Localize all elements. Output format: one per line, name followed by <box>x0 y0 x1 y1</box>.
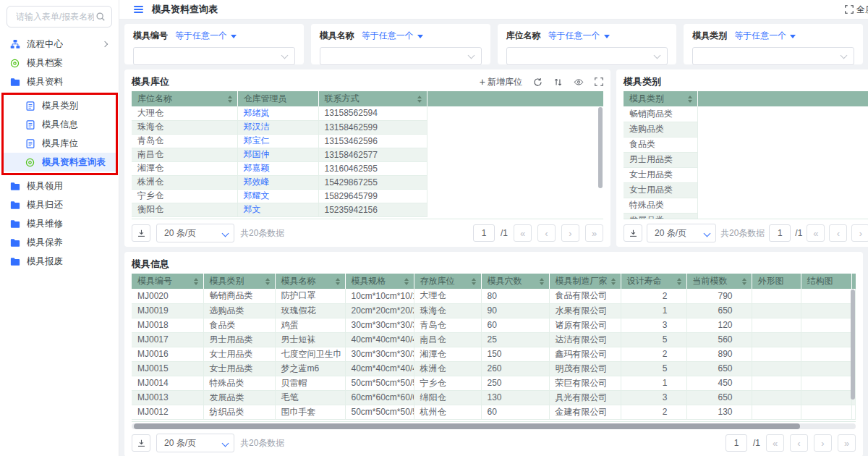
column-header[interactable]: 模具类别 <box>624 91 697 106</box>
page-size-select[interactable]: 20 条/页 <box>156 224 234 242</box>
sidebar-item-mold-archive[interactable]: 模具档案 <box>0 54 119 72</box>
table-row[interactable]: MJ0016女士用品类七度空间卫生巾30cm*30cm*30/30湘潭仓150鑫… <box>132 347 856 361</box>
column-header[interactable]: 模具名称 <box>275 274 345 289</box>
sort-icon[interactable] <box>417 96 422 103</box>
collapse-menu-icon[interactable] <box>134 6 143 13</box>
link-cell[interactable]: 郑绪岚 <box>237 106 318 120</box>
fullscreen-button[interactable]: 全屏 <box>845 4 868 16</box>
filter-value-select[interactable] <box>506 47 668 65</box>
sort-icon[interactable] <box>336 278 340 285</box>
page-size-select[interactable]: 20 条/页 <box>647 224 716 242</box>
table-row[interactable]: MJ0019选购品类玫瑰假花20cm*20cm*20/20珠海仓90水果有限公司… <box>132 303 856 318</box>
search-input[interactable] <box>14 11 95 22</box>
add-location-button[interactable]: + 新增库位 <box>480 76 522 88</box>
table-row[interactable]: 株洲仓郑效峰15429867255 <box>132 175 603 189</box>
sidebar-item-mold-info[interactable]: 模具信息 <box>4 115 116 134</box>
filter-value-select[interactable] <box>692 47 854 65</box>
link-cell[interactable]: 郑文 <box>237 203 318 216</box>
link-cell[interactable]: 郑效峰 <box>237 175 318 189</box>
sidebar-item-mold-query-report[interactable]: 模具资料查询表 <box>4 153 116 172</box>
sort-icon[interactable] <box>404 278 409 285</box>
sort-icon[interactable] <box>677 278 681 285</box>
table-row[interactable]: 畅销商品类 <box>624 106 868 122</box>
export-button[interactable] <box>132 434 150 452</box>
sidebar-item-mold-return[interactable]: 模具归还 <box>0 195 119 214</box>
link-cell[interactable]: 郑汉洁 <box>237 120 318 134</box>
table-row[interactable]: MJ0017男士用品类男士短袜40cm*40cm*40/40南昌仓25达洁有限公… <box>132 332 856 347</box>
table-row[interactable]: 南昌仓郑国仲13158462577 <box>132 148 603 161</box>
table-row[interactable]: MJ0013发展品类毛笔60cm*60cm*60/60绵阳仓130具光有限公司3… <box>132 390 856 405</box>
column-header[interactable]: 模具编号 <box>132 274 203 289</box>
table-row[interactable]: 珠海仓郑汉洁13158462599 <box>132 120 603 134</box>
column-header[interactable]: 当前模数 <box>686 274 752 289</box>
column-header[interactable]: 存放库位 <box>414 274 481 289</box>
export-button[interactable] <box>624 224 642 242</box>
sort-icon[interactable] <box>228 96 232 103</box>
table-row[interactable]: MJ0014特殊品类贝雷帽50cm*50cm*50/50宁乡仓250荣巨有限公司… <box>132 376 856 390</box>
table-row[interactable]: 宁乡仓郑耀文15829645799 <box>132 189 603 203</box>
table-row[interactable]: 女士用品类 <box>624 182 868 198</box>
scrollbar-thumb[interactable] <box>134 423 800 429</box>
last-page-button[interactable]: » <box>838 434 856 452</box>
sort-icon[interactable] <box>688 96 692 103</box>
next-page-button[interactable]: › <box>851 224 868 242</box>
column-visibility-icon[interactable] <box>574 77 584 87</box>
next-page-button[interactable]: › <box>814 434 832 452</box>
column-header[interactable]: 模具类别 <box>203 274 275 289</box>
sort-icon[interactable] <box>194 278 198 285</box>
sort-icon[interactable] <box>611 278 616 285</box>
first-page-button[interactable]: « <box>807 224 825 242</box>
table-row[interactable]: MJ0012纺织品类围巾手套50cm*50cm*50/50杭州仓60金建有限公司… <box>132 405 856 419</box>
filter-operator-dropdown[interactable]: 等于任意一个 <box>362 30 423 42</box>
sort-icon[interactable] <box>472 278 476 285</box>
table-row[interactable]: 大理仓郑绪岚13158562594 <box>132 106 603 120</box>
prev-page-button[interactable]: ‹ <box>829 224 847 242</box>
sort-icon[interactable] <box>265 278 270 285</box>
table-row[interactable]: 特殊品类 <box>624 198 868 213</box>
sidebar-item-mold-data[interactable]: 模具资料 <box>0 72 119 91</box>
panel-fullscreen-icon[interactable] <box>595 77 603 86</box>
table-row[interactable]: 发展品类 <box>624 213 868 219</box>
column-header[interactable]: 设计寿命 <box>621 274 686 289</box>
sort-toggle-icon[interactable] <box>553 77 563 87</box>
sidebar-item-process-center[interactable]: 流程中心 <box>0 35 119 54</box>
column-header[interactable]: 模具制造厂家 <box>549 274 621 289</box>
table-row[interactable]: 男士用品类 <box>624 152 868 167</box>
sidebar-item-mold-location[interactable]: 模具库位 <box>4 134 116 153</box>
horizontal-scrollbar[interactable] <box>132 423 856 429</box>
table-row[interactable]: 食品类 <box>624 137 868 152</box>
table-row[interactable]: MJ0018食品类鸡蛋30cm*30cm*30/30青岛仓60诸原有限公司312… <box>132 318 856 332</box>
table-row[interactable]: 湘潭仓郑嘉颖13160462595 <box>132 161 603 175</box>
page-input[interactable]: 1 <box>473 224 495 242</box>
sidebar-item-mold-scrap[interactable]: 模具报废 <box>0 252 119 271</box>
link-cell[interactable]: 郑宝仁 <box>237 134 318 148</box>
sidebar-item-mold-repair[interactable]: 模具维修 <box>0 214 119 233</box>
page-size-select[interactable]: 20 条/页 <box>156 434 234 452</box>
sidebar-item-mold-borrow[interactable]: 模具领用 <box>0 177 119 195</box>
prev-page-button[interactable]: ‹ <box>790 434 808 452</box>
search-icon[interactable] <box>95 12 106 22</box>
link-cell[interactable]: 郑耀文 <box>237 189 318 203</box>
sort-icon[interactable] <box>540 278 544 285</box>
filter-operator-dropdown[interactable]: 等于任意一个 <box>548 30 610 42</box>
first-page-button[interactable]: « <box>766 434 784 452</box>
refresh-icon[interactable] <box>533 77 542 87</box>
link-cell[interactable]: 郑国仲 <box>237 148 318 161</box>
table-row[interactable]: 青岛仓郑宝仁13153462596 <box>132 134 603 148</box>
table-row[interactable]: MJ0020畅销商品类防护口罩10cm*10cm*10/10大理仓80食品有限公… <box>132 289 856 303</box>
table-row[interactable]: 选购品类 <box>624 122 868 137</box>
page-input[interactable]: 1 <box>726 434 747 452</box>
export-button[interactable] <box>132 224 150 242</box>
column-header[interactable]: 库位名称 <box>132 91 237 106</box>
sidebar-item-mold-maintenance[interactable]: 模具保养 <box>0 233 119 252</box>
filter-value-select[interactable] <box>133 47 295 65</box>
sidebar-item-mold-category[interactable]: 模具类别 <box>4 96 116 115</box>
column-header[interactable]: 模具规格 <box>345 274 414 289</box>
vertical-scrollbar[interactable] <box>598 107 603 188</box>
column-header[interactable]: 联系方式 <box>318 91 427 106</box>
table-row[interactable]: 女士用品类 <box>624 167 868 182</box>
sort-icon[interactable] <box>742 278 746 285</box>
last-page-button[interactable]: » <box>585 224 603 242</box>
link-cell[interactable]: 郑嘉颖 <box>237 161 318 175</box>
sidebar-search[interactable] <box>7 6 112 28</box>
